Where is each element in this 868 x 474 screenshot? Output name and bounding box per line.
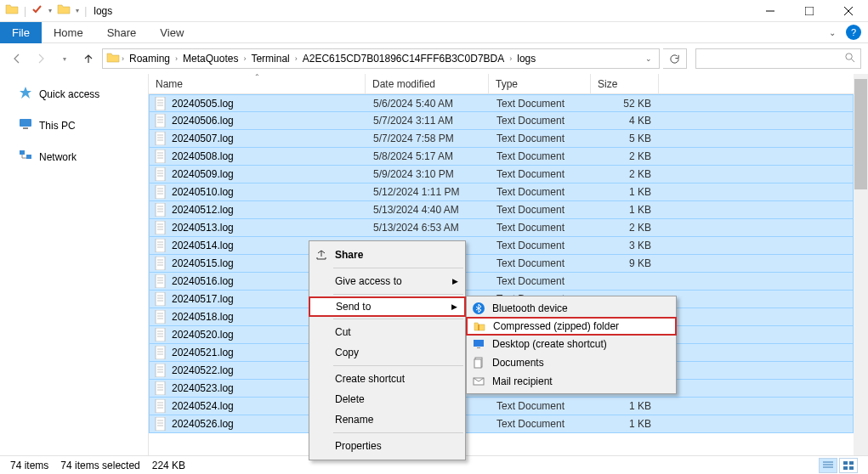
maximize-button[interactable] <box>790 0 829 22</box>
tab-home[interactable]: Home <box>42 22 95 43</box>
menu-create-shortcut[interactable]: Create shortcut <box>309 369 465 389</box>
up-button[interactable] <box>78 48 99 69</box>
file-name: 20240524.log <box>172 400 234 412</box>
address-bar[interactable]: › Roaming › MetaQuotes › Terminal › A2EC… <box>102 48 660 69</box>
menu-share[interactable]: Share <box>309 245 465 265</box>
file-size: 1 KB <box>592 400 660 412</box>
chevron-right-icon[interactable]: › <box>508 54 513 63</box>
scrollbar[interactable] <box>854 74 868 455</box>
table-row[interactable]: 20240506.log5/7/2024 3:11 AMText Documen… <box>149 112 854 130</box>
ribbon-expand-icon[interactable]: ⌄ <box>822 28 842 37</box>
table-row[interactable]: 20240512.log5/13/2024 4:40 AMText Docume… <box>149 201 854 219</box>
table-row[interactable]: 20240524.logText Document1 KB <box>149 398 854 415</box>
breadcrumb[interactable]: MetaQuotes <box>179 49 241 68</box>
breadcrumb[interactable]: logs <box>513 49 539 68</box>
scrollbar-thumb[interactable] <box>854 79 867 189</box>
chevron-right-icon[interactable]: › <box>293 54 299 63</box>
file-list[interactable]: 20240505.log5/6/2024 5:40 AMText Documen… <box>149 94 854 455</box>
details-view-button[interactable] <box>819 458 837 473</box>
qat-check-icon[interactable] <box>31 3 43 18</box>
tab-file[interactable]: File <box>0 22 42 43</box>
table-row[interactable]: 20240516.logText Document <box>149 273 854 291</box>
table-row[interactable]: 20240515.logText Document9 KB <box>149 255 854 273</box>
search-input[interactable] <box>695 48 861 69</box>
menu-compressed-folder[interactable]: Compressed (zipped) folder <box>466 317 677 336</box>
pc-icon <box>19 117 32 133</box>
svg-rect-87 <box>478 324 479 330</box>
refresh-button[interactable] <box>663 48 687 69</box>
menu-rename[interactable]: Rename <box>309 409 465 430</box>
qat-dropdown-icon[interactable]: ▾ <box>48 7 52 14</box>
close-button[interactable] <box>829 0 868 22</box>
file-date: 5/13/2024 4:40 AM <box>366 204 490 216</box>
breadcrumb[interactable]: Terminal <box>247 49 292 68</box>
menu-cut[interactable]: Cut <box>309 322 465 342</box>
table-row[interactable]: 20240509.log5/9/2024 3:10 PMText Documen… <box>149 166 854 183</box>
column-date[interactable]: Date modified <box>366 74 489 93</box>
nav-label: Quick access <box>39 88 99 100</box>
file-size: 5 KB <box>592 133 660 144</box>
file-type: Text Document <box>490 168 592 180</box>
file-size: 2 KB <box>592 168 660 180</box>
menu-copy[interactable]: Copy <box>309 342 465 363</box>
breadcrumb[interactable]: Roaming <box>126 49 173 68</box>
column-type[interactable]: Type <box>489 74 591 93</box>
file-name: 20240514.log <box>172 240 234 251</box>
chevron-right-icon[interactable]: › <box>173 54 179 63</box>
table-row[interactable]: 20240514.logText Document3 KB <box>149 237 854 255</box>
svg-rect-34 <box>156 203 165 217</box>
menu-properties[interactable]: Properties <box>309 436 465 456</box>
nav-this-pc[interactable]: This PC <box>0 114 148 137</box>
file-size: 9 KB <box>592 257 660 269</box>
file-size: 2 KB <box>592 150 660 162</box>
column-name[interactable]: Name⌃ <box>149 74 366 93</box>
menu-give-access[interactable]: Give access to▶ <box>309 271 465 291</box>
menu-desktop-shortcut[interactable]: Desktop (create shortcut) <box>467 335 676 353</box>
svg-rect-42 <box>156 239 165 252</box>
svg-rect-58 <box>156 310 165 324</box>
table-row[interactable]: 20240510.log5/12/2024 1:11 PMText Docume… <box>149 183 854 201</box>
tab-share[interactable]: Share <box>95 22 149 43</box>
table-row[interactable]: 20240507.log5/7/2024 7:58 PMText Documen… <box>149 130 854 148</box>
chevron-right-icon[interactable]: › <box>120 54 126 63</box>
qat-dropdown-icon[interactable]: ▾ <box>76 7 79 14</box>
tab-view[interactable]: View <box>148 22 196 43</box>
svg-rect-6 <box>20 119 31 127</box>
nav-network[interactable]: Network <box>0 145 148 168</box>
minimize-button[interactable] <box>751 0 790 22</box>
table-row[interactable]: 20240526.logText Document1 KB <box>149 415 854 433</box>
menu-delete[interactable]: Delete <box>309 389 465 409</box>
svg-rect-78 <box>156 399 165 413</box>
svg-rect-74 <box>156 381 165 395</box>
nav-quick-access[interactable]: Quick access <box>0 82 148 105</box>
file-name: 20240518.log <box>172 311 234 323</box>
table-row[interactable]: 20240505.log5/6/2024 5:40 AMText Documen… <box>149 94 854 112</box>
svg-rect-62 <box>156 328 165 341</box>
help-button[interactable]: ? <box>846 25 861 40</box>
column-size[interactable]: Size <box>591 74 659 93</box>
table-row[interactable]: 20240508.log5/8/2024 5:17 AMText Documen… <box>149 148 854 166</box>
recent-dropdown[interactable]: ▾ <box>54 48 75 69</box>
forward-button[interactable] <box>31 48 51 69</box>
mail-icon <box>472 375 485 388</box>
svg-rect-66 <box>156 346 165 359</box>
svg-rect-82 <box>156 417 165 431</box>
menu-send-to[interactable]: Send to▶ <box>309 296 466 317</box>
file-date: 5/7/2024 3:11 AM <box>366 115 490 127</box>
breadcrumb[interactable]: A2EC615CD7B01896C14FFF6B3C0D7BDA <box>299 49 508 68</box>
menu-mail-recipient[interactable]: Mail recipient <box>467 372 676 391</box>
chevron-right-icon[interactable]: › <box>241 54 247 63</box>
folder-icon <box>5 3 19 19</box>
icons-view-button[interactable] <box>839 458 858 473</box>
menu-documents[interactable]: Documents <box>467 353 676 372</box>
svg-rect-1 <box>805 7 814 15</box>
svg-rect-46 <box>156 257 165 270</box>
address-dropdown-icon[interactable]: ⌄ <box>638 54 659 63</box>
menu-bluetooth[interactable]: Bluetooth device <box>467 299 676 318</box>
desktop-icon <box>472 337 485 351</box>
table-row[interactable]: 20240513.log5/13/2024 6:53 AMText Docume… <box>149 219 854 237</box>
svg-rect-70 <box>156 364 165 377</box>
zip-icon <box>473 319 486 333</box>
file-size: 2 KB <box>592 222 660 234</box>
back-button[interactable] <box>7 48 27 69</box>
